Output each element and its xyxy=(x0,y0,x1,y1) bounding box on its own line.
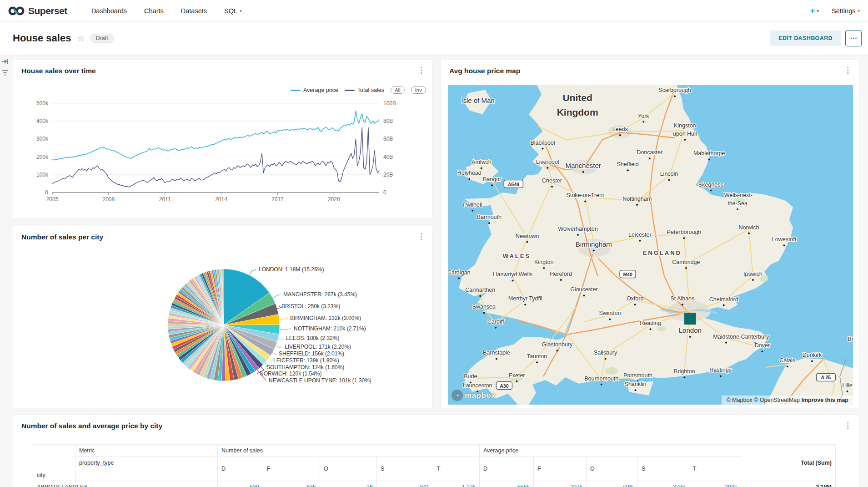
mapbox-attribution-link[interactable]: © Mapbox xyxy=(726,397,752,403)
filter-funnel-icon[interactable] xyxy=(1,69,9,76)
pivot-group-average-price: Average price xyxy=(480,445,741,457)
legend-inverse-button[interactable]: Inv xyxy=(411,86,426,94)
pivot-value-cell: 294k xyxy=(689,481,741,487)
y-axis-right-tick: 100B xyxy=(383,100,396,107)
map-city-dot xyxy=(783,244,785,246)
map-city-dot xyxy=(483,312,485,314)
map-label-kington: Kington xyxy=(534,259,553,265)
map-label-amlwch: Amlwch xyxy=(472,159,492,165)
map-label-wales: WALES xyxy=(503,253,531,259)
chart-title: Number of sales and average price by cit… xyxy=(21,422,162,430)
map-city-dot xyxy=(512,279,514,281)
dashboard-more-button[interactable]: ⋯ xyxy=(845,30,862,46)
map-city-dot xyxy=(685,267,687,269)
nav-item-datasets[interactable]: Datasets xyxy=(172,7,216,15)
chart-menu-kebab-icon[interactable]: ⋮ xyxy=(841,421,854,430)
map-label-merthyr-tydfil: Merthyr Tydfil xyxy=(508,295,542,302)
legend-all-button[interactable]: All xyxy=(391,86,405,94)
chevron-down-icon: ▾ xyxy=(858,9,860,13)
map-label-upon-hull: upon Hull xyxy=(673,131,697,137)
pivot-table: MetricNumber of salesAverage priceTotal … xyxy=(33,444,836,487)
pivot-row-total: 2.18M xyxy=(741,481,836,487)
map-label-br: Br xyxy=(848,336,853,342)
map-label-taunton: Taunton xyxy=(527,353,547,360)
map-city-dot xyxy=(584,200,586,202)
pie-label-leader xyxy=(272,352,276,355)
map-label-bude: Bude xyxy=(464,373,477,380)
map-city-dot xyxy=(543,267,545,269)
map-city-dot xyxy=(668,179,670,181)
map-canvas[interactable]: UnitedKingdomIsle of ManENGLANDWALESScar… xyxy=(448,85,853,405)
nav-item-charts[interactable]: Charts xyxy=(135,7,172,15)
map-city-dot xyxy=(468,178,470,180)
line-chart-canvas[interactable]: 500k100B400k80B300k60B200k40B100k20B0020… xyxy=(17,95,428,213)
new-item-button[interactable]: + ▾ xyxy=(810,6,819,16)
mapbox-logo[interactable]: ◔ mapbox xyxy=(452,390,496,401)
road-badge-label: M40 xyxy=(623,272,632,277)
osm-attribution-link[interactable]: © OpenStreetMap xyxy=(754,397,800,403)
map-label-oxford: Oxford xyxy=(627,295,644,302)
map-city-dot xyxy=(496,358,497,360)
pivot-col-D: D xyxy=(218,457,263,481)
map-label-barnstaple: Barnstaple xyxy=(483,350,510,356)
map-city-dot xyxy=(720,375,722,377)
chart-menu-kebab-icon[interactable]: ⋮ xyxy=(841,66,854,75)
favorite-star-icon[interactable]: ☆ xyxy=(77,34,84,43)
map-label-peterborough: Peterborough xyxy=(667,229,702,235)
map-city-dot xyxy=(536,361,538,363)
map-label-lowestoft: Lowestoft xyxy=(772,236,797,243)
pie-slice-label: LIVERPOOL: 171k (2.20%) xyxy=(285,344,351,350)
map-city-dot xyxy=(557,350,558,351)
chart-menu-kebab-icon[interactable]: ⋮ xyxy=(415,66,428,75)
map-label-cardigan: Cardigan xyxy=(448,269,470,276)
chart-title: House sales over time xyxy=(21,67,96,75)
pivot-total-header: Total (Sum) xyxy=(741,445,836,481)
map-label-brighton: Brighton xyxy=(674,368,695,375)
superset-logo[interactable]: Superset xyxy=(8,5,67,16)
map-label-cambridge: Cambridge xyxy=(672,259,700,265)
map-city-dot xyxy=(682,304,683,305)
chevron-down-icon: ▾ xyxy=(240,9,242,13)
pie-slice-label: BIRMINGHAM: 232k (3.00%) xyxy=(290,315,361,321)
chart-menu-kebab-icon[interactable]: ⋮ xyxy=(415,232,428,241)
map-city-dot xyxy=(635,389,637,391)
expand-filters-icon[interactable] xyxy=(1,58,9,65)
pivot-row-header: ABBOTS LANGLEY xyxy=(33,481,218,487)
nav-item-dashboards[interactable]: Dashboards xyxy=(83,7,135,15)
london-price-marker[interactable] xyxy=(684,313,696,325)
map-label-hastings: Hastings xyxy=(709,367,732,373)
pie-chart-canvas[interactable]: LONDON: 1.18M (15.26%)MANCHESTER: 267k (… xyxy=(13,247,432,407)
map-label-cardiff: Cardiff xyxy=(487,319,504,325)
nav-item-sql[interactable]: SQL ▾ xyxy=(216,7,251,15)
map-label-lincoln: Lincoln xyxy=(660,171,678,177)
map-city-dot xyxy=(472,210,473,212)
chevron-down-icon: ▾ xyxy=(817,9,819,13)
map-label-shanklin: Shanklin xyxy=(625,381,647,387)
pivot-value-cell: 635 xyxy=(263,481,320,487)
improve-map-link[interactable]: Improve this map xyxy=(802,397,849,403)
map-label-chester: Chester xyxy=(542,178,562,184)
pivot-value-cell: 202k xyxy=(534,481,587,487)
legend-item-average-price[interactable]: Average price xyxy=(291,87,338,93)
y-axis-right-tick: 80B xyxy=(383,118,393,124)
map-label-lille: Lille xyxy=(842,382,852,389)
series-total-sales xyxy=(52,127,379,187)
map-city-dot xyxy=(619,134,621,136)
pivot-value-cell: 379k xyxy=(638,481,689,487)
pie-slice-label: NEWCASTLE UPON TYNE: 101k (1.30%) xyxy=(269,377,371,384)
pie-label-leader xyxy=(250,269,256,275)
map-label-exeter: Exeter xyxy=(508,372,525,379)
map-label-birmingham: Birmingham xyxy=(576,240,612,248)
legend-item-total-sales[interactable]: Total sales xyxy=(345,87,384,93)
pie-label-leader xyxy=(277,306,282,309)
settings-menu[interactable]: Settings ▾ xyxy=(832,7,860,15)
edit-dashboard-button[interactable]: EDIT DASHBOARD xyxy=(770,30,841,46)
map-city-dot xyxy=(577,234,579,236)
pie-slice-label: LEEDS: 180k (2.32%) xyxy=(286,335,339,341)
chart-card-sales-per-city: Number of sales per city ⋮ LONDON: 1.18M… xyxy=(13,226,433,408)
pivot-col-S: S xyxy=(638,457,689,481)
map-label-swansea: Swansea xyxy=(472,304,496,310)
map-city-dot xyxy=(683,237,685,239)
map-label-london: London xyxy=(679,326,702,334)
map-city-dot xyxy=(689,336,691,338)
